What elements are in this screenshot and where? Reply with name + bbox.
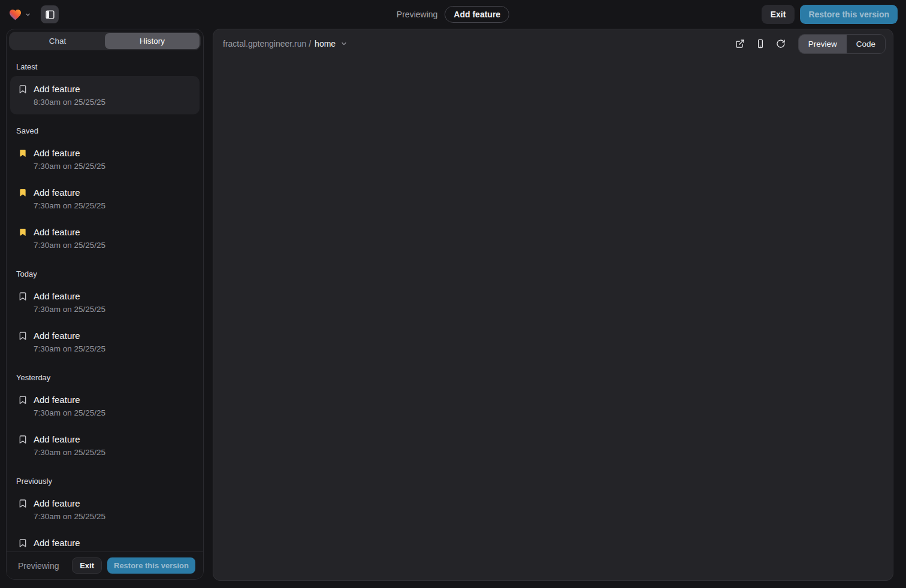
preview-url-page: home xyxy=(315,39,336,49)
top-bar: Previewing Add feature Exit Restore this… xyxy=(0,0,906,29)
section-label: Today xyxy=(16,269,194,278)
footer-restore-version-button[interactable]: Restore this version xyxy=(107,557,195,574)
open-external-button[interactable] xyxy=(731,35,749,53)
smartphone-icon xyxy=(756,39,765,49)
chevron-down-icon xyxy=(25,11,31,18)
bookmark-filled-icon xyxy=(18,188,28,198)
item-title: Add feature xyxy=(34,186,105,199)
restore-version-button[interactable]: Restore this version xyxy=(800,5,898,24)
preview-header: fractal.gptengineer.run / home xyxy=(213,29,893,58)
item-title: Add feature xyxy=(34,83,105,95)
external-link-icon xyxy=(735,39,745,49)
history-item[interactable]: Add feature 7:30am on 25/25/25 xyxy=(10,323,200,361)
history-section: Saved Add feature 7:30am on 25/25/25 Add… xyxy=(10,126,200,257)
preview-viewport[interactable] xyxy=(213,58,893,580)
item-timestamp: 7:30am on 25/25/25 xyxy=(34,511,105,522)
section-items: Add feature 7:30am on 25/25/25 Add featu… xyxy=(10,140,200,257)
bookmark-icon xyxy=(18,331,28,341)
item-title: Add feature xyxy=(34,537,105,549)
version-badge[interactable]: Add feature xyxy=(445,6,509,23)
bookmark-icon xyxy=(18,84,28,94)
item-timestamp: 7:30am on 25/25/25 xyxy=(34,161,105,172)
app-logo-menu[interactable] xyxy=(8,8,31,22)
refresh-button[interactable] xyxy=(772,35,790,53)
item-title: Add feature xyxy=(34,497,105,510)
item-title: Add feature xyxy=(34,433,105,445)
sidebar-toggle-button[interactable] xyxy=(41,5,59,23)
item-title: Add feature xyxy=(34,290,105,302)
section-items: Add feature 7:30am on 25/25/25 Add featu… xyxy=(10,283,200,361)
section-items: Add feature 7:30am on 25/25/25 Add featu… xyxy=(10,490,200,551)
panel-left-icon xyxy=(45,10,55,20)
history-item[interactable]: Add feature 7:30am on 25/25/25 xyxy=(10,219,200,257)
item-title: Add feature xyxy=(34,329,105,342)
history-section: Yesterday Add feature 7:30am on 25/25/25… xyxy=(10,373,200,465)
item-timestamp: 8:30am on 25/25/25 xyxy=(34,97,105,108)
bookmark-icon xyxy=(18,499,28,508)
sidebar-tabs: Chat History xyxy=(9,32,201,50)
history-item[interactable]: Add feature 7:30am on 25/25/25 xyxy=(10,140,200,178)
preview-url-dropdown[interactable]: fractal.gptengineer.run / home xyxy=(223,39,348,49)
footer-previewing-status: Previewing xyxy=(18,561,59,571)
bookmark-filled-icon xyxy=(18,228,28,237)
history-sidebar: Chat History Latest Add feature 8:30am o… xyxy=(6,29,204,580)
toggle-code-button[interactable]: Code xyxy=(847,35,885,53)
bookmark-icon xyxy=(18,538,28,548)
item-title: Add feature xyxy=(34,226,105,238)
view-toggle: Preview Code xyxy=(798,34,886,54)
tab-history[interactable]: History xyxy=(105,33,200,49)
item-timestamp: 7:30am on 25/25/25 xyxy=(34,304,105,315)
section-items: Add feature 8:30am on 25/25/25 xyxy=(10,76,200,114)
preview-panel: fractal.gptengineer.run / home xyxy=(213,29,893,581)
history-list[interactable]: Latest Add feature 8:30am on 25/25/25 Sa… xyxy=(7,53,203,551)
history-item[interactable]: Add feature 7:30am on 25/25/25 xyxy=(10,490,200,529)
item-timestamp: 7:30am on 25/25/25 xyxy=(34,240,105,251)
item-timestamp: 7:30am on 25/25/25 xyxy=(34,201,105,211)
section-label: Yesterday xyxy=(16,373,194,382)
item-timestamp: 7:30am on 25/25/25 xyxy=(34,344,105,354)
item-title: Add feature xyxy=(34,393,105,406)
history-item[interactable]: Add feature 7:30am on 25/25/25 xyxy=(10,530,200,551)
history-section: Today Add feature 7:30am on 25/25/25 Add… xyxy=(10,269,200,361)
item-timestamp: 7:30am on 25/25/25 xyxy=(34,447,105,458)
section-label: Previously xyxy=(16,477,194,486)
section-label: Saved xyxy=(16,126,194,135)
toggle-preview-button[interactable]: Preview xyxy=(799,35,847,53)
history-section: Latest Add feature 8:30am on 25/25/25 xyxy=(10,62,200,114)
bookmark-filled-icon xyxy=(18,148,28,158)
bookmark-icon xyxy=(18,435,28,444)
refresh-icon xyxy=(776,39,786,49)
bookmark-icon xyxy=(18,395,28,405)
history-item[interactable]: Add feature 7:30am on 25/25/25 xyxy=(10,180,200,218)
chevron-down-icon xyxy=(340,40,348,47)
section-label: Latest xyxy=(16,62,194,71)
footer-exit-button[interactable]: Exit xyxy=(72,557,102,574)
previewing-status: Previewing xyxy=(397,10,437,19)
item-title: Add feature xyxy=(34,147,105,159)
exit-button[interactable]: Exit xyxy=(762,5,795,24)
history-item[interactable]: Add feature 7:30am on 25/25/25 xyxy=(10,387,200,425)
tab-chat[interactable]: Chat xyxy=(10,33,105,49)
lovable-heart-icon xyxy=(8,8,22,22)
mobile-view-button[interactable] xyxy=(751,35,769,53)
sidebar-footer: Previewing Exit Restore this version xyxy=(7,551,203,579)
bookmark-icon xyxy=(18,292,28,301)
history-item[interactable]: Add feature 8:30am on 25/25/25 xyxy=(10,76,200,114)
history-item[interactable]: Add feature 7:30am on 25/25/25 xyxy=(10,283,200,322)
history-section: Previously Add feature 7:30am on 25/25/2… xyxy=(10,477,200,551)
section-items: Add feature 7:30am on 25/25/25 Add featu… xyxy=(10,387,200,465)
item-timestamp: 7:30am on 25/25/25 xyxy=(34,408,105,419)
history-item[interactable]: Add feature 7:30am on 25/25/25 xyxy=(10,426,200,465)
preview-url-site: fractal.gptengineer.run / xyxy=(223,39,311,49)
